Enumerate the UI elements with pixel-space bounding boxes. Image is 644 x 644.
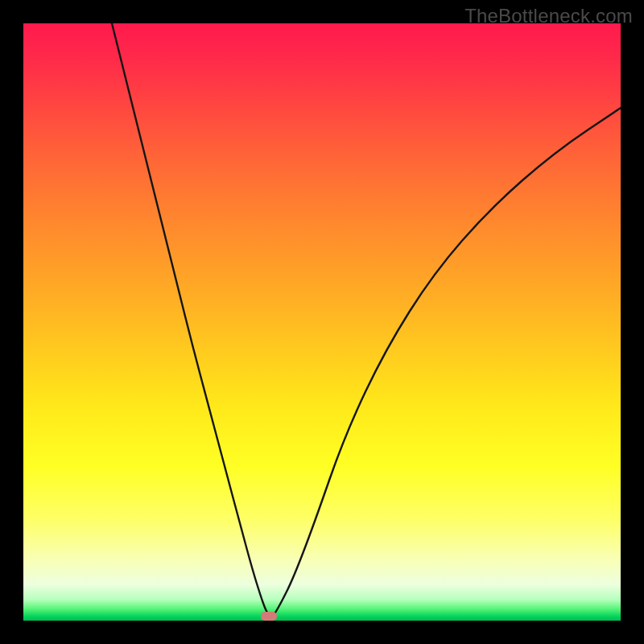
curve-left-arm: [112, 23, 267, 613]
plot-area: [23, 23, 621, 621]
bottleneck-curve: [23, 23, 621, 621]
curve-tip-marker: [261, 612, 277, 621]
chart-frame: TheBottleneck.com: [0, 0, 644, 644]
curve-right-arm: [275, 108, 621, 613]
